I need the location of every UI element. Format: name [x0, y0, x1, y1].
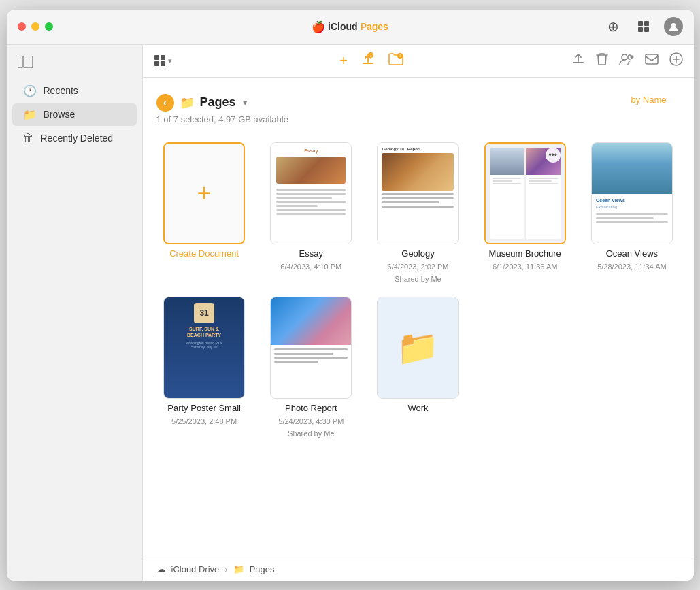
geology-shared: Shared by Me: [395, 275, 441, 283]
toolbar-left: ▾: [154, 54, 172, 67]
svg-text:+: +: [369, 54, 372, 58]
essay-name: Essay: [299, 248, 323, 259]
photo-report-date: 5/24/2023, 4:30 PM: [278, 417, 344, 425]
file-item-ocean-views[interactable]: Ocean Views Exhilarating Ocean Views 5/2…: [584, 142, 680, 283]
museum-brochure-name: Museum Brochure: [489, 248, 561, 259]
selection-info: 1 of 7 selected, 4.97 GB available: [156, 114, 288, 125]
breadcrumb-icloud[interactable]: iCloud Drive: [171, 564, 220, 574]
svg-rect-5: [18, 56, 22, 68]
photo-report-name: Photo Report: [285, 403, 337, 413]
museum-brochure-thumbnail: •••: [484, 142, 566, 244]
work-folder-icon: 📁: [397, 328, 439, 367]
file-item-museum-brochure[interactable]: ••• Museum Brochure 6/1/2023, 11:36 AM: [477, 142, 573, 283]
sidebar-item-recently-deleted-label: Recently Deleted: [41, 133, 114, 144]
main-layout: 🕐 Recents 📁 Browse 🗑 Recently Deleted: [7, 45, 694, 581]
icloud-label: iCloud: [328, 21, 358, 32]
file-item-create[interactable]: + Create Document: [156, 142, 252, 283]
new-document-button[interactable]: +: [339, 53, 348, 69]
party-poster-thumbnail: 31 SURF, SUN &BEACH PARTY Washington Bea…: [163, 297, 245, 399]
sidebar: 🕐 Recents 📁 Browse 🗑 Recently Deleted: [7, 45, 143, 581]
essay-date: 6/4/2023, 4:10 PM: [280, 263, 341, 271]
content-toolbar: ▾ + +: [143, 45, 694, 78]
party-date: 31: [194, 303, 214, 323]
photo-report-shared: Shared by Me: [288, 429, 334, 438]
sort-label[interactable]: by Name: [631, 95, 666, 105]
folder-title: Pages: [200, 95, 236, 110]
selection-info-row: 1 of 7 selected, 4.97 GB available: [143, 114, 694, 131]
create-plus-icon: +: [197, 179, 212, 208]
breadcrumb-sep: ›: [224, 564, 227, 574]
svg-point-15: [622, 54, 627, 60]
folder-chevron-icon: ▾: [243, 97, 248, 108]
trash-icon: 🗑: [23, 132, 34, 144]
work-folder-thumbnail: 📁: [377, 297, 459, 399]
svg-rect-7: [154, 55, 159, 60]
sidebar-panel-toggle[interactable]: [7, 53, 142, 79]
svg-rect-3: [644, 27, 649, 32]
pages-label: Pages: [361, 21, 388, 32]
upload-button[interactable]: +: [361, 52, 375, 69]
folder-header: ‹ 📁 Pages ▾: [156, 86, 631, 114]
new-folder-button[interactable]: +: [388, 52, 403, 69]
svg-text:+: +: [399, 54, 401, 59]
action-share-button[interactable]: [645, 54, 659, 68]
essay-thumbnail: Essay: [270, 142, 352, 244]
file-item-essay[interactable]: Essay Essay 6/4/2023, 4:10 PM: [263, 142, 359, 283]
svg-rect-9: [154, 61, 159, 66]
sidebar-item-browse-label: Browse: [44, 109, 76, 120]
ocean-views-date: 5/28/2023, 11:34 AM: [597, 263, 667, 271]
content-area: ▾ + +: [143, 45, 694, 581]
folder-icon: 📁: [180, 95, 195, 110]
geology-date: 6/4/2023, 2:02 PM: [388, 263, 449, 271]
create-thumbnail: +: [163, 142, 245, 244]
svg-rect-1: [644, 21, 649, 26]
create-label: Create Document: [169, 248, 239, 259]
sidebar-item-recents-label: Recents: [44, 85, 78, 96]
minimize-button[interactable]: [31, 22, 39, 31]
breadcrumb: ☁ iCloud Drive › 📁 Pages: [143, 557, 694, 581]
fullscreen-button[interactable]: [45, 22, 53, 31]
svg-rect-8: [161, 55, 165, 60]
sidebar-item-recents[interactable]: 🕐 Recents: [12, 80, 137, 102]
apple-logo: 🍎: [312, 20, 325, 33]
back-button[interactable]: ‹: [156, 94, 174, 112]
toolbar-center: + + +: [172, 52, 571, 69]
view-toggle-button[interactable]: ▾: [154, 54, 172, 67]
breadcrumb-folder[interactable]: Pages: [250, 564, 275, 574]
ocean-views-thumbnail: Ocean Views Exhilarating: [591, 142, 673, 244]
profile-button[interactable]: [664, 17, 683, 36]
svg-rect-0: [638, 21, 643, 26]
grid-view-button[interactable]: [634, 17, 653, 36]
breadcrumb-folder-icon: 📁: [233, 564, 244, 574]
browse-icon: 📁: [23, 108, 37, 121]
toolbar-right: [571, 52, 683, 69]
titlebar: 🍎 iCloud Pages ⊕: [7, 10, 694, 45]
file-item-photo-report[interactable]: Photo Report 5/24/2023, 4:30 PM Shared b…: [263, 297, 359, 438]
svg-rect-10: [161, 61, 165, 66]
traffic-lights: [18, 22, 53, 31]
geology-thumbnail: Geology 101 Report: [377, 142, 459, 244]
action-more-button[interactable]: [669, 52, 683, 69]
file-item-work[interactable]: 📁 Work: [370, 297, 466, 438]
action-collaborate-button[interactable]: [619, 53, 634, 69]
add-button[interactable]: ⊕: [604, 17, 623, 36]
file-item-geology[interactable]: Geology 101 Report Geology 6/4/2023, 2:0…: [370, 142, 466, 283]
ocean-views-name: Ocean Views: [606, 248, 658, 259]
sidebar-item-recently-deleted[interactable]: 🗑 Recently Deleted: [12, 127, 137, 149]
action-delete-button[interactable]: [596, 52, 608, 69]
files-grid: + Create Document Essay: [143, 131, 694, 557]
svg-rect-6: [24, 56, 33, 68]
file-item-party-poster[interactable]: 31 SURF, SUN &BEACH PARTY Washington Bea…: [156, 297, 252, 438]
museum-brochure-date: 6/1/2023, 11:36 AM: [493, 263, 557, 271]
sidebar-item-browse[interactable]: 📁 Browse: [12, 103, 137, 126]
folder-header-row: ‹ 📁 Pages ▾ by Name: [143, 78, 694, 114]
close-button[interactable]: [18, 22, 26, 31]
more-options-button[interactable]: •••: [546, 148, 561, 163]
app-brand: 🍎 iCloud Pages: [312, 20, 388, 33]
cloud-icon: ☁: [156, 563, 166, 574]
svg-rect-2: [638, 27, 643, 32]
party-banner: SURF, SUN &BEACH PARTY: [187, 326, 221, 338]
titlebar-actions: ⊕: [604, 17, 683, 36]
recents-icon: 🕐: [23, 84, 37, 97]
action-upload-button[interactable]: [571, 52, 585, 69]
